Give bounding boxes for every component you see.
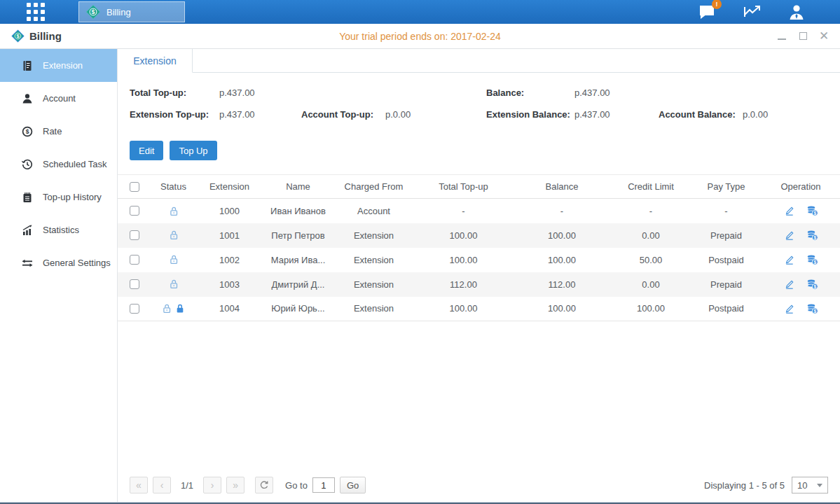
col-name: Name (263, 175, 333, 199)
toolbar: Edit Top Up (118, 125, 840, 160)
row-checkbox[interactable] (130, 279, 139, 289)
svg-text:$: $ (26, 128, 29, 135)
svg-text:$: $ (813, 235, 816, 241)
select-all-checkbox[interactable] (130, 182, 139, 192)
extension-table-body: 1000 Иван Иванов Account - - - - $ (118, 199, 840, 321)
topup-row-icon[interactable]: $ (806, 303, 818, 314)
messages-icon[interactable]: ! (697, 3, 717, 21)
cell-extension: 1003 (196, 272, 263, 297)
row-checkbox[interactable] (130, 230, 139, 240)
extension-balance-value: p.437.00 (574, 104, 659, 125)
topup-row-icon[interactable]: $ (806, 254, 818, 265)
topup-row-icon[interactable]: $ (806, 230, 818, 241)
last-page-button[interactable]: » (226, 477, 245, 493)
sidebar-item-account[interactable]: Account (0, 82, 117, 115)
cell-credit-limit: 50.00 (611, 248, 691, 272)
topup-row-icon[interactable]: $ (806, 279, 818, 290)
unlock-icon (161, 303, 172, 314)
goto-label: Go to (285, 480, 308, 491)
edit-row-icon[interactable] (784, 303, 795, 314)
sidebar-item-topup-history[interactable]: Top-up History (0, 181, 117, 214)
table-header-row: Status Extension Name Charged From Total… (118, 175, 840, 199)
minimize-button[interactable] (777, 31, 787, 41)
row-checkbox[interactable] (130, 255, 139, 265)
page-size-select[interactable]: 10 (792, 477, 828, 493)
window-title: Billing (29, 30, 62, 42)
cell-total-topup: 100.00 (414, 297, 513, 321)
account-balance-value: p.0.00 (743, 104, 828, 125)
sidebar-item-extension[interactable]: Extension (0, 49, 117, 82)
prev-page-button[interactable]: ‹ (153, 477, 171, 493)
cell-balance: - (513, 199, 611, 223)
unlock-icon (168, 206, 179, 217)
svg-text:$: $ (813, 211, 816, 216)
extension-ledger-icon (21, 60, 34, 71)
svg-text:$: $ (92, 8, 95, 15)
cell-extension: 1001 (196, 223, 263, 248)
sidebar-item-rate[interactable]: $ Rate (0, 115, 117, 148)
resource-monitor-icon[interactable] (742, 3, 762, 21)
user-account-icon[interactable] (787, 3, 806, 21)
first-page-button[interactable]: « (130, 477, 148, 493)
cell-total-topup: 112.00 (414, 272, 513, 297)
sidebar: Extension Account $ Rate Scheduled Task (0, 49, 118, 502)
app-grid-icon[interactable] (27, 3, 45, 21)
billing-diamond-icon: $ (85, 4, 101, 20)
billing-summary: Total Top-up: p.437.00 Balance: p.437.00… (118, 73, 840, 125)
chevron-down-icon (817, 484, 822, 487)
row-checkbox[interactable] (130, 304, 139, 314)
refresh-icon[interactable] (255, 477, 273, 493)
tab-strip: Extension (118, 49, 840, 73)
col-pay-type: Pay Type (691, 175, 762, 199)
account-person-icon (21, 93, 34, 104)
row-checkbox[interactable] (130, 206, 139, 216)
col-credit-limit: Credit Limit (611, 175, 691, 199)
tab-extension[interactable]: Extension (118, 49, 193, 73)
col-total-topup: Total Top-up (414, 175, 513, 199)
go-button[interactable]: Go (340, 477, 366, 493)
notification-badge: ! (712, 0, 722, 9)
edit-row-icon[interactable] (784, 279, 795, 290)
sidebar-item-label: Top-up History (43, 192, 102, 202)
cell-charged-from: Extension (333, 272, 414, 297)
cell-pay-type: - (691, 199, 762, 223)
col-operation: Operation (762, 175, 840, 199)
edit-row-icon[interactable] (784, 254, 795, 265)
goto-page-input[interactable] (312, 477, 335, 493)
cell-total-topup: 100.00 (414, 223, 513, 248)
general-settings-arrows-icon (21, 258, 34, 269)
sidebar-item-label: General Settings (43, 258, 111, 268)
topbar-billing-tab[interactable]: $ Billing (78, 1, 185, 22)
unlock-icon (168, 254, 179, 265)
cell-charged-from: Extension (333, 297, 414, 321)
cell-total-topup: 100.00 (414, 248, 513, 272)
maximize-button[interactable] (798, 31, 808, 41)
table-row: 1002 Мария Ива... Extension 100.00 100.0… (118, 248, 840, 272)
total-topup-label: Total Top-up: (130, 82, 219, 104)
account-topup-value: p.0.00 (385, 104, 486, 125)
cell-name: Дмитрий Д... (263, 272, 333, 297)
cell-charged-from: Extension (333, 248, 414, 272)
svg-text:$: $ (813, 284, 816, 290)
trial-notice: Your trial period ends on: 2017-02-24 (0, 31, 840, 42)
cell-name: Мария Ива... (263, 248, 333, 272)
edit-row-icon[interactable] (784, 230, 795, 241)
cell-name: Юрий Юрь... (263, 297, 333, 321)
sidebar-item-label: Statistics (43, 225, 79, 235)
edit-row-icon[interactable] (784, 205, 795, 216)
billing-window: $ Billing ! $ Billing Your trial period … (0, 0, 840, 504)
col-extension: Extension (196, 175, 263, 199)
svg-text:$: $ (813, 260, 816, 265)
topup-row-icon[interactable]: $ (806, 205, 818, 216)
sidebar-item-label: Rate (43, 126, 62, 136)
topup-button[interactable]: Top Up (170, 141, 216, 160)
cell-pay-type: Prepaid (691, 272, 762, 297)
sidebar-item-scheduled-task[interactable]: Scheduled Task (0, 148, 117, 181)
sidebar-item-general-settings[interactable]: General Settings (0, 246, 117, 279)
next-page-button[interactable]: › (203, 477, 221, 493)
cell-credit-limit: 0.00 (611, 223, 691, 248)
edit-button[interactable]: Edit (130, 141, 163, 160)
cell-pay-type: Prepaid (691, 223, 762, 248)
sidebar-item-statistics[interactable]: Statistics (0, 214, 117, 246)
close-button[interactable]: ✕ (819, 31, 829, 41)
